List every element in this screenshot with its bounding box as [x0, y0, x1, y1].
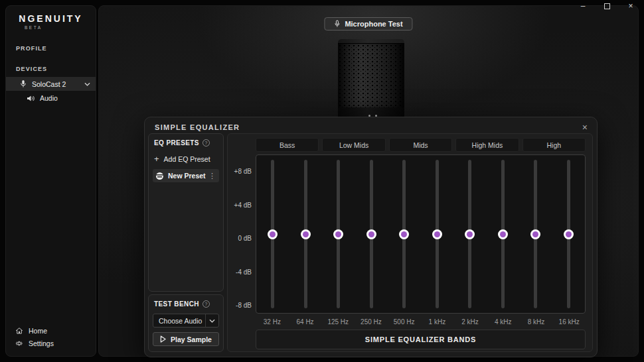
- home-icon: [15, 327, 23, 335]
- dialog-left-column: EQ PRESETS ? + Add EQ Preset New Preset …: [148, 133, 224, 352]
- simple-equalizer-dialog: SIMPLE EQUALIZER × EQ PRESETS ? + Add EQ…: [144, 117, 598, 357]
- help-icon[interactable]: ?: [202, 139, 210, 147]
- eq-sliders: [256, 154, 586, 314]
- add-eq-preset-label: Add EQ Preset: [164, 155, 210, 163]
- close-button[interactable]: ×: [619, 0, 643, 12]
- test-bench-panel: TEST BENCH ? Choose Audio Play Sample: [148, 294, 224, 352]
- preset-label: New Preset: [168, 172, 208, 180]
- frequency-label: 1 kHz: [421, 318, 454, 326]
- device-label: SoloCast 2: [32, 80, 84, 88]
- frequency-label: 4 kHz: [487, 318, 520, 326]
- microphone-icon: [20, 80, 27, 88]
- slider-track[interactable]: [337, 160, 340, 308]
- db-tick-label: +4 dB: [228, 202, 252, 210]
- choose-audio-select[interactable]: Choose Audio: [153, 314, 219, 328]
- eq-slider-64-hz[interactable]: [289, 160, 323, 308]
- frequency-label: 64 Hz: [289, 318, 322, 326]
- db-tick-label: -4 dB: [228, 269, 252, 276]
- band-button-bass[interactable]: Bass: [256, 138, 319, 152]
- chevron-down-icon[interactable]: [84, 82, 90, 86]
- microphone-test-button[interactable]: Microphone Test: [324, 17, 412, 30]
- slider-knob[interactable]: [301, 229, 311, 239]
- slider-track[interactable]: [304, 160, 307, 308]
- sidebar-item-audio[interactable]: Audio: [6, 91, 96, 105]
- eq-slider-4-khz[interactable]: [487, 160, 520, 308]
- frequency-label: 32 Hz: [256, 318, 289, 326]
- sidebar-section-profile[interactable]: PROFILE: [6, 45, 96, 52]
- frequency-label: 125 Hz: [321, 318, 355, 326]
- kebab-menu-icon[interactable]: ⋮: [208, 172, 216, 180]
- logo-text: NGENUITY: [6, 13, 96, 24]
- sidebar: NGENUITY BETA PROFILE DEVICES SoloCast 2…: [5, 5, 96, 357]
- band-button-high-mids[interactable]: High Mids: [455, 138, 519, 152]
- preset-item-new-preset[interactable]: New Preset ⋮: [153, 169, 219, 182]
- eq-slider-8-khz[interactable]: [519, 160, 552, 308]
- band-button-high[interactable]: High: [523, 138, 586, 152]
- db-scale: +8 dB+4 dB0 dB-4 dB-8 dB: [228, 158, 252, 318]
- minimize-button[interactable]: –: [571, 0, 595, 12]
- plus-icon: +: [154, 154, 159, 163]
- app-window: – × NGENUITY BETA PROFILE DEVICES SoloCa…: [0, 0, 644, 362]
- slider-knob[interactable]: [498, 229, 508, 239]
- slider-knob-center: [566, 231, 572, 237]
- eq-preset-icon: [156, 172, 163, 180]
- dialog-title: SIMPLE EQUALIZER: [155, 123, 582, 131]
- slider-track[interactable]: [271, 160, 274, 308]
- slider-knob[interactable]: [432, 229, 442, 239]
- add-eq-preset-button[interactable]: + Add EQ Preset: [154, 154, 218, 163]
- eq-slider-16-khz[interactable]: [552, 160, 586, 308]
- slider-knob[interactable]: [268, 229, 278, 239]
- slider-knob-center: [434, 231, 440, 237]
- maximize-button[interactable]: [595, 0, 619, 12]
- microphone-test-icon: [334, 20, 340, 28]
- play-sample-button[interactable]: Play Sample: [153, 332, 219, 346]
- eq-slider-500-hz[interactable]: [388, 160, 421, 308]
- slider-track[interactable]: [501, 160, 505, 308]
- sidebar-item-settings[interactable]: Settings: [6, 337, 96, 349]
- slider-track[interactable]: [468, 160, 471, 308]
- slider-track[interactable]: [402, 160, 406, 308]
- test-bench-header: TEST BENCH ?: [153, 300, 219, 308]
- slider-knob[interactable]: [465, 229, 475, 239]
- slider-track[interactable]: [567, 160, 570, 308]
- chevron-down-icon: [209, 319, 215, 323]
- sidebar-section-devices: DEVICES: [6, 66, 96, 72]
- slider-track[interactable]: [370, 160, 373, 308]
- sidebar-item-solocast2[interactable]: SoloCast 2: [6, 77, 96, 91]
- test-bench-title: TEST BENCH: [154, 300, 199, 308]
- slider-knob[interactable]: [564, 229, 574, 239]
- slider-track[interactable]: [436, 160, 439, 308]
- play-sample-label: Play Sample: [171, 335, 212, 343]
- slider-knob-center: [467, 231, 473, 237]
- frequency-labels: 32 Hz64 Hz125 Hz250 Hz500 Hz1 kHz2 kHz4 …: [256, 314, 586, 330]
- slider-knob[interactable]: [366, 229, 376, 239]
- frequency-label: 16 kHz: [552, 318, 586, 326]
- choose-audio-value: Choose Audio: [153, 317, 205, 325]
- logo-beta-badge: BETA: [25, 25, 96, 30]
- window-controls: – ×: [571, 0, 643, 12]
- eq-slider-32-hz[interactable]: [256, 160, 289, 308]
- eq-slider-250-hz[interactable]: [355, 160, 388, 308]
- maximize-icon: [604, 3, 610, 9]
- eq-presets-title: EQ PRESETS: [154, 139, 199, 147]
- dialog-close-icon[interactable]: ×: [582, 123, 588, 132]
- eq-slider-1-khz[interactable]: [421, 160, 454, 308]
- slider-knob[interactable]: [333, 229, 343, 239]
- speaker-icon: [27, 95, 35, 102]
- help-icon[interactable]: ?: [202, 300, 210, 308]
- slider-knob[interactable]: [530, 229, 540, 239]
- eq-slider-125-hz[interactable]: [322, 160, 355, 308]
- eq-slider-2-khz[interactable]: [453, 160, 487, 308]
- slider-knob-center: [532, 231, 538, 237]
- sidebar-item-home[interactable]: Home: [6, 324, 96, 337]
- band-button-low-mids[interactable]: Low Mids: [322, 138, 385, 152]
- simple-equalizer-bands-button[interactable]: SIMPLE EQUALIZER BANDS: [256, 330, 586, 349]
- db-tick-label: +8 dB: [228, 168, 252, 176]
- settings-label: Settings: [29, 339, 54, 347]
- slider-track[interactable]: [534, 160, 537, 308]
- gear-icon: [15, 339, 23, 347]
- select-chevron: [205, 314, 218, 327]
- eq-presets-panel: EQ PRESETS ? + Add EQ Preset New Preset …: [148, 133, 224, 292]
- band-button-mids[interactable]: Mids: [389, 138, 452, 152]
- slider-knob[interactable]: [399, 229, 409, 239]
